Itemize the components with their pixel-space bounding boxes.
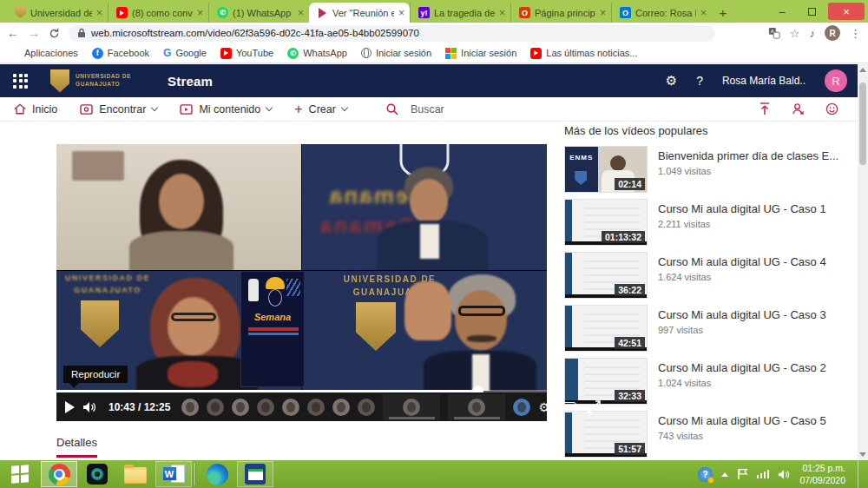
action-center-flag-icon[interactable] (737, 468, 748, 480)
tab-close-icon[interactable]: × (600, 8, 606, 18)
video-thumbnail[interactable]: 51:57 (564, 411, 648, 458)
fullscreen-icon[interactable] (588, 400, 601, 413)
help-icon[interactable]: ? (696, 74, 703, 88)
back-icon[interactable]: ← (7, 27, 19, 39)
taskbar-edge[interactable] (199, 461, 235, 487)
org-logo[interactable]: UNIVERSIDAD DE GUANAJUATO (50, 69, 131, 93)
participant-avatar[interactable] (232, 399, 249, 416)
show-desktop-button[interactable] (858, 460, 863, 488)
participant-avatar[interactable] (282, 399, 299, 416)
nav-search[interactable]: Buscar (385, 102, 444, 115)
player-settings-icon[interactable]: ⚙ (538, 400, 549, 414)
video-title[interactable]: Curso Mi aula digital UG - Caso 3 (658, 308, 826, 321)
hidden-icons-arrow[interactable] (721, 472, 728, 477)
tab-youtube[interactable]: (8) como convertir × (108, 3, 208, 23)
tab-universidad[interactable]: Universidad de Gua × (7, 3, 108, 23)
participant-avatar[interactable] (513, 399, 530, 416)
video-thumbnail[interactable]: ENMS 02:14 (564, 146, 648, 193)
participant-avatar[interactable] (207, 399, 224, 416)
close-button[interactable]: × (828, 3, 865, 20)
caption-icon[interactable] (561, 402, 576, 412)
speaker-thumbnail[interactable] (448, 394, 505, 420)
tab-close-icon[interactable]: × (197, 8, 203, 18)
bookmark-signin-microsoft[interactable]: Iniciar sesión (445, 48, 516, 59)
volume-tray-icon[interactable] (778, 469, 791, 480)
participant-avatar[interactable] (257, 399, 274, 416)
video-title[interactable]: Curso Mi aula digital UG - Caso 2 (658, 361, 826, 374)
video-title[interactable]: Bienvenida primer día de clases E... (658, 149, 838, 162)
taskbar-cards-app[interactable] (237, 461, 273, 487)
upload-icon[interactable] (759, 102, 771, 115)
video-list-item[interactable]: 42:51 Curso Mi aula digital UG - Caso 3 … (564, 305, 856, 352)
tab-yahoo[interactable]: y! La tragedia de la b × (410, 3, 510, 23)
speaker-thumbnail[interactable] (383, 394, 440, 420)
participant-avatar[interactable] (307, 399, 325, 416)
participant-avatar[interactable] (358, 399, 375, 416)
translate-icon[interactable]: A (768, 27, 780, 39)
settings-gear-icon[interactable]: ⚙ (666, 73, 677, 89)
network-signal-icon[interactable] (757, 470, 770, 478)
taskbar-camera-app[interactable] (79, 461, 115, 487)
taskbar-clock[interactable]: 01:25 p.m. 07/09/2020 (799, 462, 845, 486)
tab-close-icon[interactable]: × (398, 8, 404, 18)
media-controls-icon[interactable]: ♪ (810, 28, 816, 39)
video-thumbnail[interactable]: 32:33 (564, 358, 648, 405)
nav-mi-contenido[interactable]: Mi contenido (180, 103, 272, 115)
bookmark-apps[interactable]: Aplicaciones (9, 48, 78, 59)
user-avatar[interactable]: R (825, 69, 847, 92)
help-update-icon[interactable]: ? (698, 467, 713, 482)
nav-encontrar[interactable]: Encontrar (80, 103, 157, 115)
scroll-down-arrow[interactable] (859, 452, 866, 457)
bookmark-noticias[interactable]: Las últimas noticias... (530, 48, 637, 59)
new-tab-button[interactable]: + (712, 3, 734, 23)
tab-close-icon[interactable]: × (298, 8, 304, 18)
waffle-icon[interactable] (13, 74, 28, 89)
tab-details[interactable]: Detalles (56, 436, 97, 458)
bookmark-star-icon[interactable]: ☆ (790, 28, 800, 39)
tab-whatsapp[interactable]: ✆ (1) WhatsApp × (208, 3, 309, 23)
tab-office[interactable]: O Página principal de × (510, 3, 611, 23)
tab-close-icon[interactable]: × (96, 8, 102, 18)
feedback-smiley-icon[interactable] (825, 102, 838, 115)
video-list-item[interactable]: 51:57 Curso Mi aula digital UG - Caso 5 … (564, 411, 856, 458)
taskbar-chrome[interactable] (41, 461, 77, 487)
video-list-item[interactable]: 01:13:32 Curso Mi aula digital UG - Caso… (564, 199, 856, 246)
tab-close-icon[interactable]: × (499, 8, 505, 18)
bookmark-youtube[interactable]: YouTube (220, 48, 273, 59)
forward-icon[interactable]: → (28, 27, 40, 39)
video-title[interactable]: Curso Mi aula digital UG - Caso 5 (658, 414, 826, 427)
invite-person-icon[interactable] (792, 102, 805, 115)
video-title[interactable]: Curso Mi aula digital UG - Caso 4 (658, 255, 826, 268)
page-scrollbar[interactable] (858, 64, 868, 460)
video-list-item[interactable]: ENMS 02:14 Bienvenida primer día de clas… (564, 146, 856, 193)
video-thumbnail[interactable]: 01:13:32 (564, 199, 648, 246)
minimize-button[interactable]: – (769, 3, 795, 20)
participant-avatar[interactable] (332, 399, 350, 416)
video-list-item[interactable]: 32:33 Curso Mi aula digital UG - Caso 2 … (564, 358, 856, 405)
tab-stream-active[interactable]: Ver "Reunión en "G × (309, 3, 410, 23)
scrollbar-thumb[interactable] (859, 82, 866, 165)
browser-profile-avatar[interactable]: R (825, 25, 840, 41)
maximize-button[interactable] (799, 3, 825, 20)
scroll-up-arrow[interactable] (859, 68, 866, 72)
user-name[interactable]: Rosa María Bald.. (722, 75, 806, 87)
nav-crear[interactable]: + Crear (294, 102, 347, 116)
bookmark-whatsapp[interactable]: ✆ WhatsApp (287, 48, 347, 59)
tab-close-icon[interactable]: × (700, 8, 707, 18)
bookmark-signin-globe[interactable]: Iniciar sesión (361, 48, 431, 58)
taskbar-file-explorer[interactable] (117, 461, 154, 487)
nav-inicio[interactable]: Inicio (14, 103, 57, 115)
participant-avatar[interactable] (181, 399, 199, 416)
url-field[interactable]: web.microsoftstream.com/video/62f3a596-d… (69, 25, 715, 42)
play-button[interactable] (65, 401, 75, 413)
reload-icon[interactable] (49, 28, 60, 39)
browser-menu-icon[interactable]: ⋮ (850, 28, 861, 39)
video-list-item[interactable]: 36:22 Curso Mi aula digital UG - Caso 4 … (564, 252, 856, 299)
taskbar-word[interactable]: W (155, 461, 192, 487)
volume-icon[interactable] (82, 401, 97, 413)
video-thumbnail[interactable]: 42:51 (564, 305, 648, 352)
bookmark-google[interactable]: G Google (163, 47, 207, 59)
tab-outlook[interactable]: O Correo: Rosa María × (611, 3, 712, 23)
video-title[interactable]: Curso Mi aula digital UG - Caso 1 (658, 202, 826, 215)
video-thumbnail[interactable]: 36:22 (564, 252, 648, 299)
